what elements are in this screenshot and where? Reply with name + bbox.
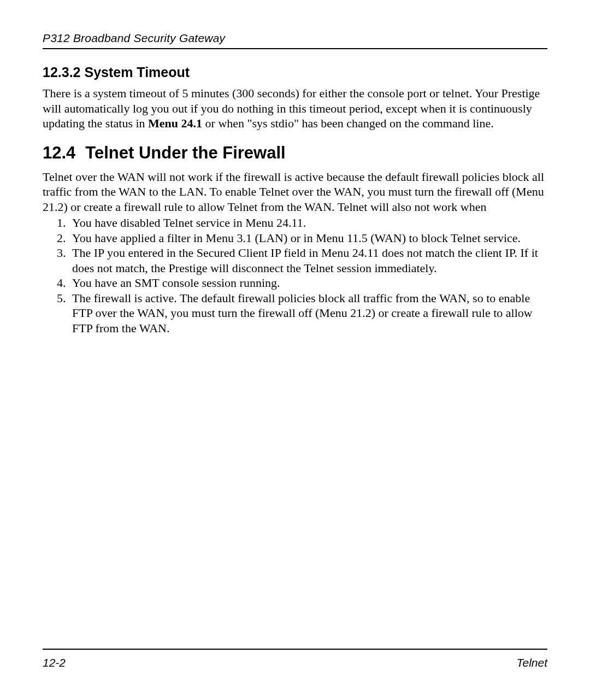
text: or when "sys stdio" has been changed on … [202, 116, 494, 130]
heading-12-3-2: 12.3.2 System Timeout [43, 64, 547, 80]
running-header: P312 Broadband Security Gateway [43, 32, 547, 49]
page-footer: 12-2 Telnet [43, 649, 547, 669]
bold-menu-24-1: Menu 24.1 [148, 116, 202, 130]
heading-12-4: 12.4Telnet Under the Firewall [43, 143, 547, 163]
paragraph-system-timeout: There is a system timeout of 5 minutes (… [43, 86, 547, 131]
numbered-list: You have disabled Telnet service in Menu… [43, 215, 547, 336]
list-item: You have disabled Telnet service in Menu… [69, 215, 547, 231]
page-number: 12-2 [43, 656, 66, 669]
paragraph-telnet-firewall-intro: Telnet over the WAN will not work if the… [43, 169, 547, 215]
list-item: The IP you entered in the Secured Client… [69, 245, 547, 275]
list-item: You have an SMT console session running. [69, 275, 547, 291]
heading-number: 12.4 [43, 143, 75, 163]
list-item: You have applied a filter in Menu 3.1 (L… [69, 231, 547, 246]
page: P312 Broadband Security Gateway 12.3.2 S… [0, 0, 590, 700]
footer-section: Telnet [517, 656, 547, 669]
heading-text: Telnet Under the Firewall [85, 143, 285, 162]
list-item: The firewall is active. The default fire… [69, 291, 547, 336]
